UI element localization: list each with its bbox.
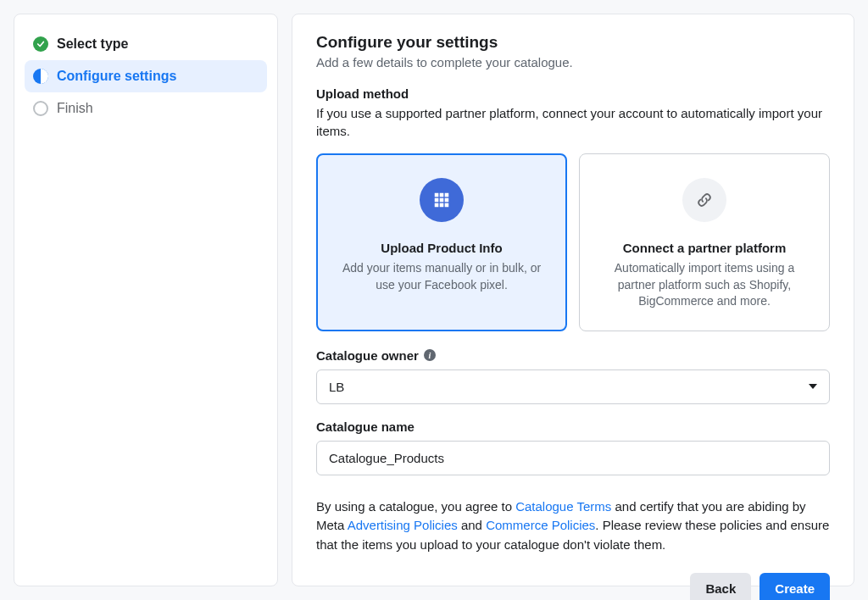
upload-options: Upload Product Info Add your items manua… [316,153,830,331]
svg-rect-1 [440,193,444,197]
option-title: Upload Product Info [332,241,551,255]
catalogue-owner-select[interactable]: LB [316,369,830,404]
upload-method-desc: If you use a supported partner platform,… [316,104,830,140]
svg-rect-8 [445,203,449,208]
footer-actions: Back Create [316,573,830,600]
catalogue-owner-label: Catalogue owner i [316,348,830,363]
svg-rect-2 [445,193,449,197]
step-select-type[interactable]: Select type [25,28,267,60]
svg-rect-0 [435,193,439,197]
svg-rect-4 [440,198,444,203]
half-circle-icon [33,69,48,84]
caret-down-icon [809,384,817,389]
step-configure-settings[interactable]: Configure settings [25,60,267,92]
page-title: Configure your settings [316,33,830,52]
step-label: Configure settings [57,69,176,84]
page-subtitle: Add a few details to complete your catal… [316,55,830,69]
step-label: Select type [57,36,128,52]
link-advertising-policies[interactable]: Advertising Policies [348,518,458,532]
link-commerce-policies[interactable]: Commerce Policies [486,518,595,532]
option-desc: Add your items manually or in bulk, or u… [332,260,551,293]
option-upload-product-info[interactable]: Upload Product Info Add your items manua… [316,153,567,331]
sidebar: Select type Configure settings Finish [14,14,278,586]
empty-circle-icon [33,101,48,116]
svg-rect-6 [435,203,439,208]
main-panel: Configure your settings Add a few detail… [292,14,854,586]
grid-icon [420,178,464,222]
check-icon [33,36,48,52]
link-icon [682,178,726,222]
step-label: Finish [57,101,93,116]
option-desc: Automatically import items using a partn… [595,260,814,310]
create-button[interactable]: Create [760,573,830,600]
terms-text: By using a catalogue, you agree to Catal… [316,497,830,555]
option-title: Connect a partner platform [595,241,814,255]
info-icon[interactable]: i [424,349,436,361]
option-connect-partner[interactable]: Connect a partner platform Automatically… [579,153,830,331]
svg-rect-3 [435,198,439,203]
svg-rect-5 [445,198,449,203]
select-value: LB [329,380,344,394]
upload-method-title: Upload method [316,86,830,101]
step-finish[interactable]: Finish [25,92,267,125]
catalogue-name-label: Catalogue name [316,419,830,434]
link-catalogue-terms[interactable]: Catalogue Terms [515,499,611,514]
back-button[interactable]: Back [690,573,751,600]
catalogue-name-input[interactable] [316,441,830,475]
svg-rect-7 [440,203,444,208]
